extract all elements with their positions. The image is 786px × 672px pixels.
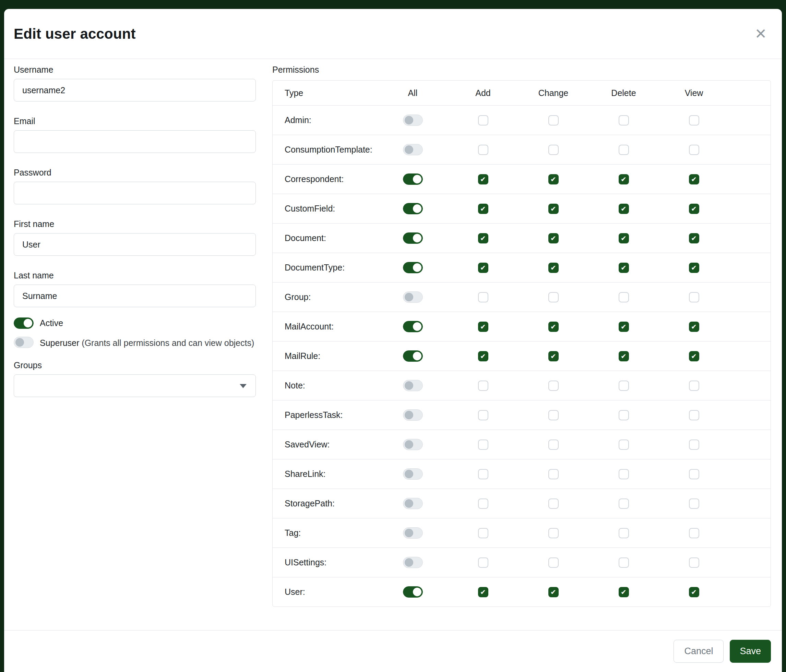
add-checkbox[interactable] <box>478 292 488 302</box>
add-checkbox[interactable] <box>478 528 488 538</box>
change-checkbox[interactable]: ✔ <box>549 263 559 273</box>
change-checkbox[interactable] <box>549 528 559 538</box>
view-checkbox[interactable] <box>689 557 699 568</box>
permission-row: MailAccount:✔✔✔✔ <box>273 312 770 341</box>
delete-checkbox[interactable]: ✔ <box>619 204 629 214</box>
delete-checkbox[interactable] <box>619 381 629 391</box>
all-cell <box>377 586 448 598</box>
superuser-toggle[interactable] <box>14 337 34 348</box>
change-checkbox[interactable]: ✔ <box>549 233 559 243</box>
add-checkbox[interactable] <box>478 469 488 479</box>
change-checkbox[interactable]: ✔ <box>549 204 559 214</box>
delete-checkbox[interactable] <box>619 292 629 302</box>
all-toggle[interactable] <box>403 380 423 391</box>
change-checkbox[interactable]: ✔ <box>549 322 559 332</box>
all-toggle[interactable] <box>403 350 423 362</box>
all-toggle[interactable] <box>403 557 423 568</box>
view-checkbox[interactable] <box>689 469 699 479</box>
all-toggle[interactable] <box>403 115 423 126</box>
username-input[interactable] <box>14 79 256 102</box>
delete-checkbox[interactable] <box>619 410 629 420</box>
all-toggle[interactable] <box>403 439 423 450</box>
groups-select[interactable] <box>14 374 256 397</box>
view-checkbox[interactable]: ✔ <box>689 351 699 361</box>
last-name-input[interactable] <box>14 284 256 307</box>
all-toggle[interactable] <box>403 527 423 539</box>
change-checkbox[interactable] <box>549 499 559 509</box>
add-checkbox[interactable] <box>478 557 488 568</box>
change-checkbox[interactable]: ✔ <box>549 351 559 361</box>
view-checkbox[interactable]: ✔ <box>689 587 699 597</box>
add-checkbox[interactable]: ✔ <box>478 263 488 273</box>
view-checkbox[interactable] <box>689 115 699 126</box>
add-checkbox[interactable]: ✔ <box>478 322 488 332</box>
last-name-label: Last name <box>14 270 256 281</box>
view-checkbox[interactable] <box>689 145 699 155</box>
delete-checkbox[interactable] <box>619 469 629 479</box>
add-checkbox[interactable] <box>478 410 488 420</box>
add-checkbox[interactable]: ✔ <box>478 351 488 361</box>
view-checkbox[interactable]: ✔ <box>689 174 699 184</box>
change-checkbox[interactable] <box>549 381 559 391</box>
change-checkbox[interactable] <box>549 145 559 155</box>
view-checkbox[interactable] <box>689 440 699 450</box>
all-toggle[interactable] <box>403 321 423 332</box>
add-checkbox[interactable]: ✔ <box>478 174 488 184</box>
password-input[interactable] <box>14 182 256 204</box>
all-toggle[interactable] <box>403 409 423 421</box>
save-button[interactable]: Save <box>730 640 771 663</box>
all-toggle[interactable] <box>403 173 423 185</box>
delete-checkbox[interactable] <box>619 145 629 155</box>
view-checkbox[interactable]: ✔ <box>689 204 699 214</box>
delete-checkbox[interactable] <box>619 115 629 126</box>
add-checkbox[interactable]: ✔ <box>478 587 488 597</box>
change-checkbox[interactable] <box>549 410 559 420</box>
delete-checkbox[interactable]: ✔ <box>619 233 629 243</box>
delete-checkbox[interactable]: ✔ <box>619 263 629 273</box>
view-checkbox[interactable] <box>689 381 699 391</box>
all-toggle[interactable] <box>403 586 423 598</box>
email-input[interactable] <box>14 130 256 153</box>
change-checkbox[interactable] <box>549 292 559 302</box>
change-checkbox[interactable] <box>549 469 559 479</box>
first-name-input[interactable] <box>14 233 256 256</box>
view-checkbox[interactable] <box>689 292 699 302</box>
add-checkbox[interactable]: ✔ <box>478 204 488 214</box>
add-checkbox[interactable] <box>478 115 488 126</box>
view-checkbox[interactable] <box>689 528 699 538</box>
view-checkbox[interactable] <box>689 499 699 509</box>
change-checkbox[interactable]: ✔ <box>549 587 559 597</box>
add-checkbox[interactable]: ✔ <box>478 233 488 243</box>
add-checkbox[interactable] <box>478 145 488 155</box>
all-toggle[interactable] <box>403 262 423 273</box>
add-cell: ✔ <box>448 587 518 597</box>
active-toggle[interactable] <box>14 317 34 329</box>
delete-checkbox[interactable]: ✔ <box>619 322 629 332</box>
view-checkbox[interactable] <box>689 410 699 420</box>
all-toggle[interactable] <box>403 291 423 303</box>
change-checkbox[interactable] <box>549 440 559 450</box>
change-checkbox[interactable] <box>549 115 559 126</box>
cancel-button[interactable]: Cancel <box>673 640 723 663</box>
add-checkbox[interactable] <box>478 381 488 391</box>
all-toggle[interactable] <box>403 498 423 509</box>
delete-checkbox[interactable] <box>619 499 629 509</box>
add-checkbox[interactable] <box>478 499 488 509</box>
all-toggle[interactable] <box>403 232 423 244</box>
delete-checkbox[interactable]: ✔ <box>619 587 629 597</box>
all-toggle[interactable] <box>403 144 423 155</box>
delete-checkbox[interactable]: ✔ <box>619 174 629 184</box>
add-checkbox[interactable] <box>478 440 488 450</box>
delete-checkbox[interactable] <box>619 557 629 568</box>
view-checkbox[interactable]: ✔ <box>689 322 699 332</box>
all-toggle[interactable] <box>403 468 423 480</box>
delete-checkbox[interactable] <box>619 528 629 538</box>
close-icon[interactable]: ✕ <box>755 27 767 41</box>
all-toggle[interactable] <box>403 203 423 214</box>
change-checkbox[interactable] <box>549 557 559 568</box>
view-checkbox[interactable]: ✔ <box>689 233 699 243</box>
change-checkbox[interactable]: ✔ <box>549 174 559 184</box>
view-checkbox[interactable]: ✔ <box>689 263 699 273</box>
delete-checkbox[interactable]: ✔ <box>619 351 629 361</box>
delete-checkbox[interactable] <box>619 440 629 450</box>
